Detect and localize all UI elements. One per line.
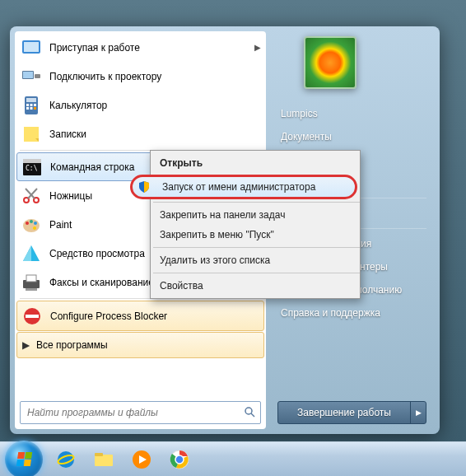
program-label: Configure Process Blocker <box>50 310 167 322</box>
right-link-documents[interactable]: Документы <box>277 125 426 148</box>
shutdown-label: Завершение работы <box>278 407 410 418</box>
taskbar-chrome[interactable] <box>161 445 198 474</box>
context-menu: Открыть Запуск от имени администратора З… <box>150 150 361 299</box>
user-picture[interactable] <box>304 36 356 89</box>
svg-point-29 <box>245 408 252 414</box>
shutdown-dropdown[interactable]: ▶ <box>410 402 426 423</box>
paint-icon <box>20 213 43 236</box>
projector-icon <box>20 65 43 88</box>
context-menu-properties[interactable]: Свойства <box>130 276 357 296</box>
context-menu-label: Открыть <box>160 157 203 169</box>
svg-rect-6 <box>26 98 36 102</box>
context-menu-label: Закрепить в меню "Пуск" <box>160 229 274 240</box>
context-menu-label: Запуск от имени администратора <box>162 181 315 193</box>
start-button[interactable] <box>5 441 43 477</box>
svg-text:C:\: C:\ <box>26 165 38 172</box>
program-label: Командная строка <box>50 161 134 173</box>
program-item-projector[interactable]: Подключить к проектору <box>16 62 264 91</box>
svg-rect-8 <box>30 104 33 106</box>
search-box[interactable] <box>20 401 261 424</box>
context-menu-pin-taskbar[interactable]: Закрепить на панели задач <box>130 205 357 225</box>
cmd-icon: C:\ <box>21 156 44 179</box>
svg-rect-32 <box>95 455 113 466</box>
svg-rect-25 <box>26 275 36 282</box>
svg-point-21 <box>30 220 33 223</box>
svg-rect-10 <box>26 107 29 110</box>
taskbar-explorer[interactable] <box>86 445 122 474</box>
desktop: Приступая к работе ▶ Подключить к проект… <box>0 0 466 476</box>
program-item-getting-started[interactable]: Приступая к работе ▶ <box>16 33 264 62</box>
svg-point-23 <box>33 226 36 230</box>
right-link-help[interactable]: Справка и поддержка <box>277 301 426 324</box>
svg-rect-4 <box>35 74 40 78</box>
svg-point-20 <box>26 222 29 225</box>
context-menu-pin-start[interactable]: Закрепить в меню "Пуск" <box>130 225 357 245</box>
taskbar-ie[interactable] <box>48 445 84 474</box>
program-label: Калькулятор <box>49 100 107 111</box>
windows-logo-icon <box>16 452 31 466</box>
all-programs-label: Все программы <box>36 339 108 351</box>
all-programs[interactable]: ▶ Все программы <box>16 332 264 358</box>
context-menu-remove[interactable]: Удалить из этого списка <box>130 250 357 270</box>
program-item-calculator[interactable]: Калькулятор <box>16 91 264 119</box>
calculator-icon <box>20 94 43 117</box>
svg-rect-3 <box>23 72 33 78</box>
scissors-icon <box>20 184 43 208</box>
program-label: Подключить к проектору <box>49 71 161 82</box>
shutdown-button[interactable]: Завершение работы ▶ <box>277 401 426 424</box>
divider <box>153 202 360 203</box>
context-menu-label: Удалить из этого списка <box>160 254 270 266</box>
program-label: Paint <box>49 219 72 231</box>
program-label: Приступая к работе <box>49 42 140 54</box>
svg-point-22 <box>34 222 37 225</box>
divider <box>153 247 360 248</box>
program-item-sticky-notes[interactable]: Записки <box>16 119 264 148</box>
context-menu-label: Свойства <box>160 280 203 292</box>
svg-rect-11 <box>30 107 33 110</box>
program-label: Ножницы <box>49 190 92 202</box>
xps-viewer-icon <box>20 242 43 265</box>
blocker-icon <box>21 305 44 328</box>
svg-rect-9 <box>34 104 36 106</box>
divider <box>153 273 360 273</box>
fax-icon <box>20 271 43 294</box>
program-item-configure-blocker[interactable]: Configure Process Blocker <box>16 301 264 331</box>
search-icon <box>244 406 255 420</box>
svg-rect-7 <box>26 104 29 106</box>
svg-rect-15 <box>23 159 41 163</box>
getting-started-icon <box>20 36 43 59</box>
context-menu-label: Закрепить на панели задач <box>160 209 285 221</box>
svg-rect-33 <box>95 453 103 456</box>
svg-rect-28 <box>26 315 39 318</box>
taskbar <box>0 441 466 476</box>
sticky-notes-icon <box>20 123 43 146</box>
svg-rect-12 <box>34 107 36 110</box>
context-menu-open[interactable]: Открыть <box>130 153 357 173</box>
svg-rect-26 <box>26 288 37 291</box>
svg-rect-1 <box>24 42 39 52</box>
taskbar-media-player[interactable] <box>123 445 160 474</box>
shield-icon <box>137 180 151 194</box>
program-label: Записки <box>49 128 86 140</box>
context-menu-run-as-admin[interactable]: Запуск от имени администратора <box>130 175 357 199</box>
right-link-user[interactable]: Lumpics <box>277 102 426 125</box>
svg-rect-13 <box>24 127 39 142</box>
submenu-arrow-icon: ▶ <box>254 43 261 52</box>
arrow-right-icon: ▶ <box>22 339 30 351</box>
search-input[interactable] <box>26 406 244 419</box>
